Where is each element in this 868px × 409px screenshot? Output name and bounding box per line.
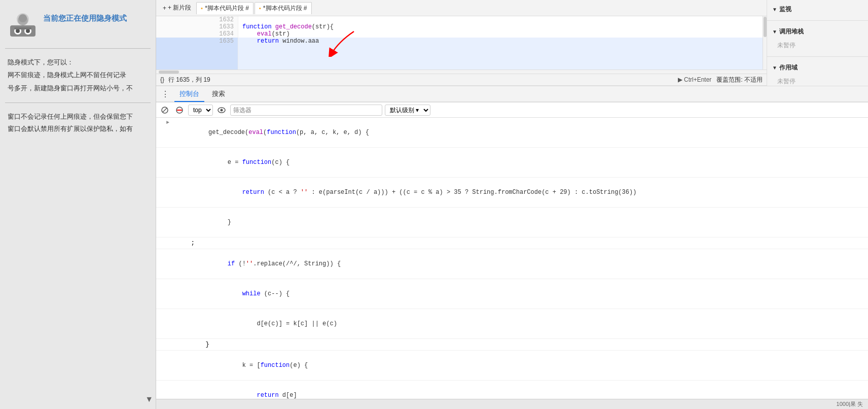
- watch-section: ▼ 监视: [767, 0, 868, 19]
- console-toolbar: top 默认级别 ▾: [156, 103, 868, 118]
- call-stack-section: ▼ 调用堆栈 未暂停: [767, 22, 868, 55]
- level-select[interactable]: 默认级别 ▾: [385, 105, 430, 116]
- svg-point-14: [221, 109, 223, 111]
- devtools-panel: + + 新片段 ▪ *脚本代码片段 # ▪ *脚本代码片段 #: [156, 0, 868, 409]
- console-code-9: }: [166, 340, 209, 349]
- eye-icon: [218, 107, 226, 113]
- eye-button[interactable]: [215, 104, 228, 116]
- play-icon: ▶: [678, 76, 682, 83]
- snippet-tab-1[interactable]: ▪ *脚本代码片段 #: [196, 2, 254, 14]
- run-button[interactable]: ▶ Ctrl+Enter: [678, 76, 711, 83]
- status-right: ▶ Ctrl+Enter 覆盖范围: 不适用: [678, 76, 763, 84]
- ban-icon: [161, 107, 168, 114]
- code-section: + + 新片段 ▪ *脚本代码片段 # ▪ *脚本代码片段 #: [156, 0, 767, 86]
- call-stack-status: 未暂停: [772, 39, 863, 52]
- console-code-2: e = function(c) {: [166, 149, 290, 176]
- left-expand-arrow[interactable]: ▼: [145, 395, 153, 404]
- incognito-desc: 隐身模式下，您可以： 网不留痕迹，隐身模式上网不留任何记录 号多开，新建隐身窗口…: [0, 51, 156, 100]
- context-select[interactable]: top: [188, 105, 213, 116]
- console-code-3: return (c < a ? '' : e(parseInt(c / a)))…: [166, 179, 636, 206]
- coverage-label: 覆盖范围: 不适用: [716, 76, 763, 84]
- svg-point-6: [16, 29, 20, 33]
- right-debug-panel: ▼ 监视 ▼ 调用堆栈 未暂停 ▼ 作用域 未暂停: [767, 0, 868, 86]
- svg-rect-3: [10, 25, 35, 37]
- svg-line-10: [163, 108, 167, 112]
- scope-title[interactable]: ▼ 作用域: [772, 61, 863, 75]
- incognito-header: 当前您正在使用隐身模式: [0, 0, 156, 46]
- watch-arrow: ▼: [772, 7, 777, 12]
- incognito-icon: [8, 10, 38, 41]
- no-filter-button[interactable]: [173, 104, 186, 116]
- console-line-9: }: [156, 339, 868, 351]
- tab-console[interactable]: 控制台: [174, 87, 204, 102]
- horizontal-scrollbar[interactable]: [156, 70, 767, 74]
- table-row: 1633 function get_decode(str){: [156, 23, 763, 30]
- console-code-6: if (!''.replace(/^/, String)) {: [166, 250, 341, 278]
- table-row: 1634 eval(str): [156, 30, 763, 38]
- console-line-4: }: [156, 208, 868, 237]
- console-output: ► get_decode(eval(function(p, a, c, k, e…: [156, 118, 868, 399]
- console-line-11: return d[e]: [156, 381, 868, 399]
- snippet-tabs: + + 新片段 ▪ *脚本代码片段 # ▪ *脚本代码片段 #: [156, 0, 767, 16]
- console-line-8: d[e(c)] = k[c] || e(c): [156, 309, 868, 339]
- svg-point-2: [19, 14, 27, 22]
- braces-icon: {}: [160, 76, 164, 83]
- filter-input[interactable]: [230, 105, 382, 116]
- console-line-2: e = function(c) {: [156, 148, 868, 178]
- bottom-text: 1000|果 失: [837, 400, 863, 408]
- expand-arrow-1[interactable]: ►: [166, 119, 169, 126]
- console-line-5: ;: [156, 237, 868, 249]
- scope-status: 未暂停: [772, 75, 863, 86]
- table-row: 1632: [156, 16, 763, 23]
- call-stack-arrow: ▼: [772, 29, 777, 35]
- vertical-scrollbar[interactable]: [763, 16, 767, 70]
- incognito-title: 当前您正在使用隐身模式: [43, 10, 127, 23]
- snippet-icon-1: ▪: [201, 5, 203, 11]
- filter-icon: [176, 107, 183, 114]
- bottom-bar: 1000|果 失: [156, 399, 868, 409]
- left-incognito-panel: 当前您正在使用隐身模式 隐身模式下，您可以： 网不留痕迹，隐身模式上网不留任何记…: [0, 0, 156, 409]
- incognito-sub-desc: 窗口不会记录任何上网痕迹，但会保留您下 窗口会默认禁用所有扩展以保护隐私，如有: [0, 106, 156, 140]
- table-row: 1635 return window.aaa: [156, 38, 763, 70]
- add-snippet-button[interactable]: + + 新片段: [159, 2, 195, 14]
- scope-section: ▼ 作用域 未暂停: [767, 58, 868, 86]
- scope-arrow: ▼: [772, 65, 777, 71]
- svg-point-7: [26, 29, 30, 33]
- console-menu-icon[interactable]: ⋮: [159, 87, 172, 101]
- console-line-1: ► get_decode(eval(function(p, a, c, k, e…: [156, 118, 868, 148]
- plus-icon: +: [163, 5, 166, 12]
- status-bar: {} 行 1635，列 19 ▶ Ctrl+Enter 覆盖范围: 不适用: [156, 74, 767, 86]
- cursor-position: 行 1635，列 19: [168, 76, 210, 84]
- snippet-icon-2: ▪: [259, 5, 261, 11]
- svg-rect-8: [14, 27, 31, 29]
- clear-console-button[interactable]: [159, 104, 171, 116]
- console-tabs: ⋮ 控制台 搜索: [156, 86, 868, 103]
- console-code-11: return d[e]: [166, 382, 297, 399]
- console-line-10: k = [function(e) {: [156, 351, 868, 381]
- console-code-8: d[e(c)] = k[c] || e(c): [166, 310, 337, 337]
- console-code-4: }: [166, 209, 231, 236]
- snippet-tab-2[interactable]: ▪ *脚本代码片段 #: [255, 2, 312, 14]
- console-line-7: while (c--) {: [156, 279, 868, 309]
- console-code-7: while (c--) {: [166, 280, 290, 308]
- console-line-6: if (!''.replace(/^/, String)) {: [156, 249, 868, 279]
- console-code-1: get_decode(eval(function(p, a, c, k, e, …: [172, 119, 369, 146]
- tab-search[interactable]: 搜索: [207, 87, 230, 101]
- console-line-3: return (c < a ? '' : e(parseInt(c / a)))…: [156, 178, 868, 208]
- code-editor[interactable]: 1632 1633 function get_decode(str){ 1634…: [156, 16, 763, 70]
- status-left: {} 行 1635，列 19: [160, 76, 210, 84]
- console-code-10: k = [function(e) {: [166, 352, 308, 379]
- console-code-5: ;: [166, 238, 195, 248]
- call-stack-title[interactable]: ▼ 调用堆栈: [772, 25, 863, 39]
- code-editor-area: 1632 1633 function get_decode(str){ 1634…: [156, 16, 767, 70]
- watch-title[interactable]: ▼ 监视: [772, 3, 863, 16]
